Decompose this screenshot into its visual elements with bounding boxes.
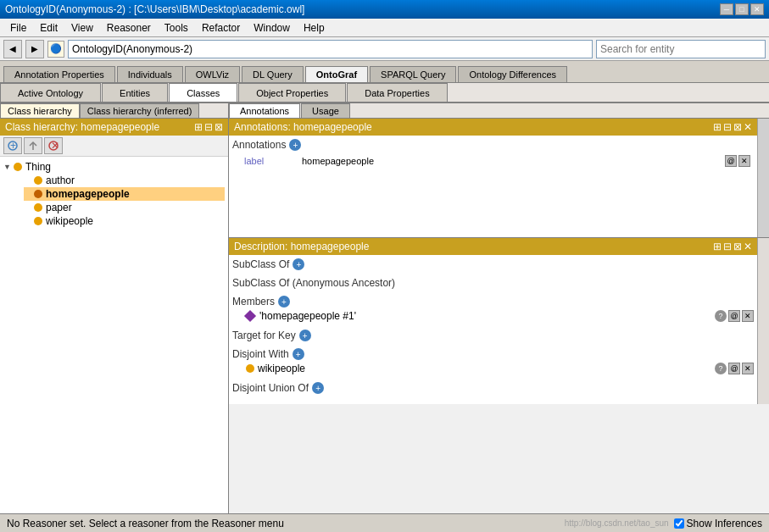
tab-sparql-query[interactable]: SPARQL Query bbox=[370, 66, 456, 82]
tree-item-homepagepeople[interactable]: homepagepeople bbox=[24, 187, 225, 201]
anno-x-icon[interactable]: ✕ bbox=[744, 121, 752, 133]
show-inferences-checkbox[interactable] bbox=[674, 518, 684, 529]
hierarchy-header-icons: ⊞ ⊟ ⊠ bbox=[194, 121, 223, 133]
menu-edit[interactable]: Edit bbox=[33, 20, 64, 36]
add-disjoint-union-button[interactable]: + bbox=[312, 382, 324, 394]
member-question-icon[interactable]: ? bbox=[715, 310, 727, 322]
anno-expand-icon[interactable]: ⊞ bbox=[713, 121, 722, 133]
add-disjoint-button[interactable]: + bbox=[293, 348, 304, 360]
anno-action-x[interactable]: ✕ bbox=[738, 155, 750, 167]
annotations-content: Annotations: homepagepeople ⊞ ⊟ ⊠ ✕ Anno… bbox=[229, 119, 757, 237]
tab-object-properties[interactable]: Object Properties bbox=[238, 83, 346, 102]
disjoint-with-label: Disjoint With bbox=[232, 348, 289, 360]
address-input[interactable] bbox=[68, 40, 593, 58]
menu-file[interactable]: File bbox=[3, 20, 33, 36]
tab-active-ontology[interactable]: Active Ontology bbox=[0, 83, 101, 102]
title-bar: OntologyID(Anonymous-2) : [C:\Users\IBM\… bbox=[0, 0, 769, 19]
add-annotation-button[interactable]: + bbox=[289, 139, 301, 151]
close-hierarchy-icon[interactable]: ⊠ bbox=[215, 121, 223, 133]
description-header: Description: homepagepeople ⊞ ⊟ ⊠ ✕ bbox=[229, 238, 757, 255]
tree-item-author[interactable]: author bbox=[24, 174, 225, 187]
member-at-icon[interactable]: @ bbox=[728, 310, 740, 322]
minimize-button[interactable]: ─ bbox=[720, 3, 733, 15]
anno-collapse-icon[interactable]: ⊟ bbox=[723, 121, 732, 133]
close-button[interactable]: ✕ bbox=[750, 3, 764, 15]
dot-thing bbox=[14, 163, 22, 171]
add-member-button[interactable]: + bbox=[278, 296, 290, 308]
tab-ontology-differences[interactable]: Ontology Differences bbox=[458, 66, 567, 82]
anno-action-at[interactable]: @ bbox=[725, 155, 737, 167]
anno-close-icon[interactable]: ⊠ bbox=[733, 121, 742, 133]
search-input[interactable] bbox=[596, 40, 766, 58]
menu-tools[interactable]: Tools bbox=[158, 20, 195, 36]
section-disjoint-union: Disjoint Union Of + bbox=[232, 382, 754, 394]
target-key-header: Target for Key + bbox=[232, 330, 754, 341]
annotations-content-row: Annotations: homepagepeople ⊞ ⊟ ⊠ ✕ Anno… bbox=[229, 119, 769, 237]
section-disjoint-with: Disjoint With + wikipeople ? @ ✕ bbox=[232, 348, 754, 375]
tab-ontograf[interactable]: OntoGraf bbox=[305, 66, 368, 82]
panel-tab-usage[interactable]: Usage bbox=[301, 103, 350, 118]
section-target-key: Target for Key + bbox=[232, 330, 754, 341]
hier-tab-inferred[interactable]: Class hierarchy (inferred) bbox=[80, 103, 199, 118]
expand-icon[interactable]: ⊞ bbox=[194, 121, 203, 133]
tab-dl-query[interactable]: DL Query bbox=[242, 66, 304, 82]
disjoint-x-icon[interactable]: ✕ bbox=[742, 363, 754, 374]
tool-add-class[interactable]: + bbox=[3, 137, 22, 154]
tree-item-paper[interactable]: paper bbox=[24, 201, 225, 214]
annotations-header: Annotations: homepagepeople ⊞ ⊟ ⊠ ✕ bbox=[229, 119, 757, 136]
tree-label-wikipeople: wikipeople bbox=[46, 215, 93, 227]
tab-entities[interactable]: Entities bbox=[102, 83, 168, 102]
main-tabs: Annotation Properties Individuals OWLViz… bbox=[0, 61, 769, 83]
annotations-header-title: Annotations: homepagepeople bbox=[234, 121, 372, 133]
tab-owlviz[interactable]: OWLViz bbox=[185, 66, 240, 82]
desc-expand-icon[interactable]: ⊞ bbox=[713, 241, 722, 252]
hier-tab-class-hierarchy[interactable]: Class hierarchy bbox=[0, 103, 80, 118]
expand-thing[interactable]: ▼ bbox=[3, 163, 14, 171]
maximize-button[interactable]: □ bbox=[735, 3, 749, 15]
disjoint-at-icon[interactable]: @ bbox=[728, 363, 740, 374]
annotation-key-label[interactable]: label bbox=[244, 156, 295, 166]
disjoint-text-1: wikipeople bbox=[258, 363, 715, 374]
hierarchy-tools: + ✕ bbox=[0, 136, 228, 157]
tab-annotation-properties[interactable]: Annotation Properties bbox=[3, 66, 115, 82]
back-button[interactable]: ◀ bbox=[3, 40, 22, 58]
member-dot-1 bbox=[244, 310, 256, 322]
annotations-body: Annotations + label homepagepeople @ ✕ bbox=[229, 136, 757, 237]
collapse-icon[interactable]: ⊟ bbox=[204, 121, 213, 133]
tab-data-properties[interactable]: Data Properties bbox=[347, 83, 447, 102]
tool-add-subclass[interactable] bbox=[24, 137, 42, 154]
description-header-icons: ⊞ ⊟ ⊠ ✕ bbox=[713, 241, 752, 252]
show-inferences-area: Show Inferences bbox=[674, 518, 762, 529]
menu-window[interactable]: Window bbox=[247, 20, 297, 36]
annotation-entry-label: label homepagepeople @ ✕ bbox=[241, 154, 754, 168]
tree-item-wikipeople[interactable]: wikipeople bbox=[24, 214, 225, 228]
tab-classes[interactable]: Classes bbox=[169, 83, 237, 102]
menu-reasoner[interactable]: Reasoner bbox=[100, 20, 158, 36]
tree-area: ▼ Thing author homepagepeople paper bbox=[0, 157, 228, 513]
disjoint-question-icon[interactable]: ? bbox=[715, 363, 727, 374]
menu-view[interactable]: View bbox=[64, 20, 100, 36]
svg-text:✕: ✕ bbox=[51, 140, 59, 152]
menu-refactor[interactable]: Refactor bbox=[195, 20, 247, 36]
section-members: Members + 'homepagepeople #1' ? @ bbox=[232, 296, 754, 323]
members-header: Members + bbox=[232, 296, 754, 308]
desc-collapse-icon[interactable]: ⊟ bbox=[723, 241, 732, 252]
member-x-icon[interactable]: ✕ bbox=[742, 310, 754, 322]
subclass-of-label: SubClass Of bbox=[232, 258, 289, 270]
status-bar: No Reasoner set. Select a reasoner from … bbox=[0, 513, 769, 532]
menu-help[interactable]: Help bbox=[297, 20, 332, 36]
show-inferences-label: Show Inferences bbox=[687, 518, 762, 529]
tab-individuals[interactable]: Individuals bbox=[117, 66, 183, 82]
add-target-key-button[interactable]: + bbox=[299, 330, 311, 341]
disjoint-actions-1: ? @ ✕ bbox=[715, 363, 754, 374]
tree-item-thing[interactable]: ▼ Thing bbox=[3, 160, 225, 174]
add-subclass-button[interactable]: + bbox=[293, 258, 304, 270]
annotations-scrollbar[interactable] bbox=[757, 119, 769, 237]
panel-tab-annotations[interactable]: Annotations bbox=[229, 103, 300, 118]
tool-delete-class[interactable]: ✕ bbox=[44, 137, 63, 154]
description-scrollbar[interactable] bbox=[757, 238, 769, 404]
tree-label-homepagepeople: homepagepeople bbox=[46, 188, 130, 200]
desc-x-icon[interactable]: ✕ bbox=[744, 241, 752, 252]
desc-close-icon[interactable]: ⊠ bbox=[733, 241, 742, 252]
forward-button[interactable]: ▶ bbox=[25, 40, 44, 58]
